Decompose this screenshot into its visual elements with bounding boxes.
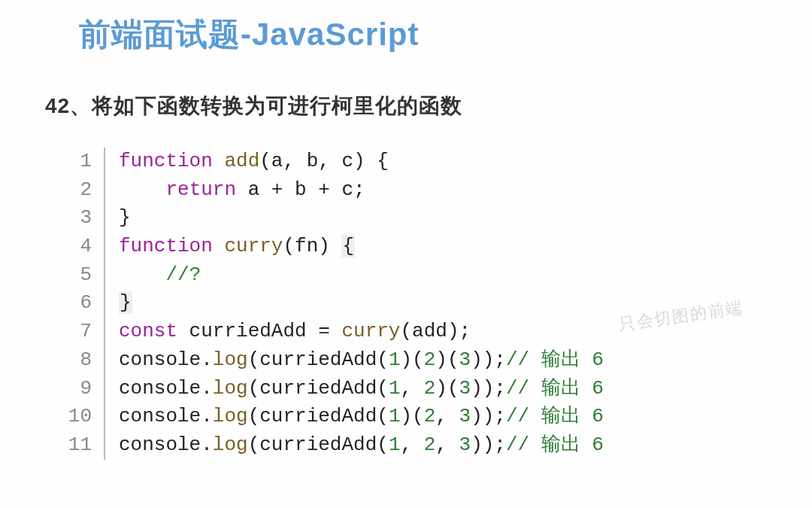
token: , — [400, 433, 423, 456]
token — [213, 150, 225, 172]
line-number: 3 — [60, 204, 104, 233]
token-comment: //? — [165, 263, 201, 286]
token: , — [435, 433, 459, 456]
token-num: 3 — [459, 433, 471, 456]
token-comment: // 输出 6 — [506, 377, 604, 400]
token-num: 2 — [424, 377, 436, 400]
code-content: return a + b + c; — [104, 176, 365, 205]
token-num: 3 — [459, 348, 471, 371]
token-fn: log — [213, 405, 248, 427]
code-line: 3} — [60, 204, 812, 233]
token-fn: log — [213, 433, 248, 456]
code-line: 1function add(a, b, c) { — [60, 148, 812, 176]
code-content: console.log(curriedAdd(1, 2, 3));// 输出 6 — [104, 431, 604, 460]
token-fn: log — [213, 377, 248, 400]
token-num: 1 — [389, 405, 401, 427]
token-num: 2 — [424, 433, 436, 456]
code-line: 5 //? — [60, 261, 812, 290]
token: console. — [119, 433, 213, 456]
code-line: 6} — [60, 289, 812, 318]
code-content: } — [104, 289, 132, 318]
token-kw: return — [165, 178, 236, 201]
code-line: 2 return a + b + c; — [60, 176, 812, 205]
token-kw: function — [119, 235, 213, 257]
code-content: console.log(curriedAdd(1, 2)(3));// 输出 6 — [104, 375, 604, 403]
code-content: const curriedAdd = curry(add); — [104, 318, 471, 346]
code-line: 8console.log(curriedAdd(1)(2)(3));// 输出 … — [60, 346, 812, 375]
token-cursor-box: { — [341, 235, 355, 257]
token: } — [119, 206, 131, 229]
token: console. — [119, 377, 213, 400]
token-fn: curry — [224, 235, 283, 257]
token-num: 3 — [459, 405, 471, 427]
token: )); — [471, 377, 506, 400]
code-block: 1function add(a, b, c) {2 return a + b +… — [60, 148, 812, 460]
token-num: 1 — [389, 377, 401, 400]
code-line: 10console.log(curriedAdd(1)(2, 3));// 输出… — [60, 403, 812, 431]
token: a + b + c; — [236, 178, 365, 201]
token: (a, b, c) { — [259, 150, 389, 172]
question-text: 42、将如下函数转换为可进行柯里化的函数 — [0, 56, 812, 120]
code-content: console.log(curriedAdd(1)(2)(3));// 输出 6 — [104, 346, 604, 375]
line-number: 1 — [60, 148, 104, 176]
token-fn: log — [213, 348, 248, 371]
token-fn: curry — [341, 320, 400, 342]
code-content: function add(a, b, c) { — [104, 148, 389, 176]
token-comment: // 输出 6 — [506, 348, 604, 371]
code-content: } — [104, 204, 131, 233]
token: )( — [435, 348, 459, 371]
code-content: console.log(curriedAdd(1)(2, 3));// 输出 6 — [104, 403, 604, 431]
token: )( — [400, 405, 423, 427]
token-num: 2 — [424, 348, 436, 371]
token-kw: function — [119, 150, 213, 172]
token: )); — [471, 433, 506, 456]
line-number: 8 — [60, 346, 104, 375]
token: (fn) — [283, 235, 341, 257]
page-title: 前端面试题-JavaScript — [0, 0, 812, 56]
code-content: function curry(fn) { — [104, 233, 355, 261]
line-number: 5 — [60, 261, 104, 290]
token: console. — [119, 405, 213, 427]
token: (curriedAdd( — [248, 433, 389, 456]
token-num: 1 — [389, 348, 401, 371]
token: curriedAdd = — [177, 320, 341, 342]
token: )); — [471, 348, 506, 371]
code-line: 4function curry(fn) { — [60, 233, 812, 261]
code-line: 9console.log(curriedAdd(1, 2)(3));// 输出 … — [60, 375, 812, 403]
token-comment: // 输出 6 — [506, 405, 604, 427]
token: console. — [119, 348, 213, 371]
token: (curriedAdd( — [248, 348, 389, 371]
token: )); — [471, 405, 506, 427]
token — [119, 263, 165, 286]
token: , — [435, 405, 459, 427]
line-number: 9 — [60, 375, 104, 403]
token — [119, 178, 165, 201]
token: (curriedAdd( — [248, 377, 389, 400]
line-number: 6 — [60, 289, 104, 318]
token: )( — [400, 348, 423, 371]
token-fn: add — [224, 150, 259, 172]
token-num: 1 — [389, 433, 401, 456]
line-number: 7 — [60, 318, 104, 346]
token-num: 3 — [459, 377, 471, 400]
code-content: //? — [104, 261, 201, 290]
token-cursor-box: } — [119, 291, 132, 314]
line-number: 4 — [60, 233, 104, 261]
token: , — [400, 377, 423, 400]
token: (add); — [400, 320, 471, 342]
token: (curriedAdd( — [248, 405, 389, 427]
token-num: 2 — [424, 405, 436, 427]
token: )( — [435, 377, 459, 400]
code-line: 11console.log(curriedAdd(1, 2, 3));// 输出… — [60, 431, 812, 460]
token-kw: const — [119, 320, 177, 342]
line-number: 10 — [60, 403, 104, 431]
token-comment: // 输出 6 — [506, 433, 604, 456]
line-number: 11 — [60, 431, 104, 460]
line-number: 2 — [60, 176, 104, 205]
code-line: 7const curriedAdd = curry(add); — [60, 318, 812, 346]
token — [213, 235, 225, 257]
